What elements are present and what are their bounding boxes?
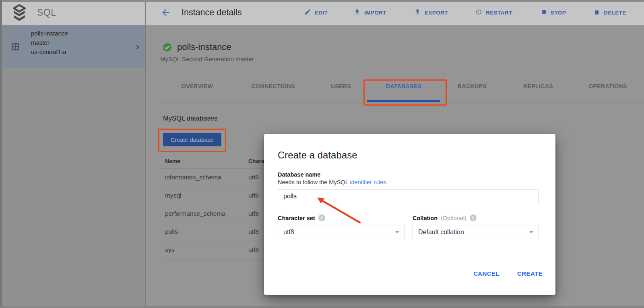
- import-button-label: IMPORT: [364, 10, 386, 16]
- charset-label-text: Character set: [278, 215, 315, 221]
- table-header-row: Name Character set: [161, 155, 282, 169]
- arrow-back-icon: [161, 13, 171, 19]
- edit-button-label: EDIT: [315, 10, 328, 16]
- hint-text: Needs to follow the MySQL: [278, 179, 350, 185]
- sidebar-instance-item[interactable]: polls-instance master us-central1-a: [0, 25, 145, 68]
- screen: SQL Instance details EDIT IMPORT: [0, 0, 644, 308]
- dialog-buttons: CANCEL CREATE: [473, 270, 543, 277]
- screenshot-top-edge: [0, 0, 644, 2]
- delete-button-label: DELETE: [604, 10, 626, 16]
- help-circle-icon[interactable]: ?: [470, 214, 477, 221]
- annotation-box-create-database: [158, 129, 226, 152]
- trash-icon: [594, 9, 600, 17]
- chevron-down-icon: [395, 231, 399, 233]
- pencil-icon: [304, 8, 311, 17]
- back-button[interactable]: [160, 7, 171, 19]
- export-button-label: EXPORT: [425, 10, 448, 16]
- databases-table: Name Character set information_schema ut…: [161, 155, 282, 260]
- screenshot-left-edge: [0, 0, 2, 308]
- instance-zone: us-central1-a: [31, 47, 68, 56]
- database-name-hint: Needs to follow the MySQL identifier rul…: [278, 179, 388, 185]
- tab-operations[interactable]: OPERATIONS: [588, 83, 627, 89]
- charset-label: Character set ?: [278, 214, 325, 221]
- sidebar-divider: [145, 0, 146, 308]
- create-database-dialog: Create a database Database name Needs to…: [264, 134, 555, 295]
- instance-role: master: [31, 38, 68, 47]
- tab-replicas[interactable]: REPLICAS: [523, 83, 553, 89]
- charset-dropdown[interactable]: utf8: [278, 225, 405, 239]
- download-tray-icon: [354, 8, 361, 17]
- tab-overview[interactable]: OVERVIEW: [182, 83, 213, 89]
- charset-value: utf8: [283, 229, 395, 236]
- import-button[interactable]: IMPORT: [354, 0, 386, 25]
- database-name-label: Database name: [278, 171, 320, 178]
- collation-optional-note: (Optional): [441, 215, 466, 221]
- dialog-title: Create a database: [278, 150, 357, 161]
- create-button[interactable]: CREATE: [517, 270, 543, 277]
- section-heading: MySQL databases: [163, 114, 217, 122]
- power-icon: [475, 8, 482, 17]
- db-name-cell: polls: [165, 228, 178, 235]
- collation-label: Collation (Optional) ?: [413, 214, 477, 221]
- screenshot-bottom-edge: [0, 306, 644, 308]
- db-charset-cell: utf8: [248, 174, 259, 181]
- page-title: Instance details: [182, 0, 242, 25]
- stop-button-label: STOP: [551, 10, 566, 16]
- cloud-sql-stack-icon: [12, 4, 27, 23]
- tab-users[interactable]: USERS: [331, 83, 351, 89]
- edit-button[interactable]: EDIT: [304, 0, 328, 25]
- table-row[interactable]: sys utf8: [161, 241, 282, 260]
- help-circle-icon[interactable]: ?: [318, 214, 325, 221]
- table-row[interactable]: polls utf8: [161, 223, 282, 241]
- delete-button[interactable]: DELETE: [594, 0, 626, 25]
- table-row[interactable]: information_schema utf8: [161, 169, 282, 187]
- table-row[interactable]: performance_schema utf8: [161, 205, 282, 223]
- tab-connections[interactable]: CONNECTIONS: [252, 83, 295, 89]
- instance-grid-icon: [11, 43, 19, 52]
- collation-dropdown[interactable]: Default collation: [413, 225, 539, 239]
- tab-backups[interactable]: BACKUPS: [458, 83, 487, 89]
- annotation-box-databases-tab: [363, 79, 447, 106]
- instance-subtitle: MySQL Second Generation master: [160, 56, 254, 62]
- sidebar: polls-instance master us-central1-a: [0, 25, 145, 308]
- db-charset-cell: utf8: [248, 246, 259, 254]
- app-header: SQL Instance details EDIT IMPORT: [0, 0, 644, 25]
- instance-name: polls-instance: [31, 29, 68, 38]
- product-name: SQL: [37, 0, 56, 25]
- db-charset-cell: utf8: [248, 210, 259, 217]
- check-circle-icon: [163, 43, 172, 54]
- cancel-button[interactable]: CANCEL: [473, 270, 500, 277]
- instance-title: polls-instance: [177, 42, 231, 52]
- identifier-rules-link[interactable]: identifier rules: [350, 179, 386, 185]
- chevron-down-icon: [529, 231, 533, 233]
- db-name-cell: performance_schema: [165, 210, 225, 217]
- upload-tray-icon: [414, 8, 421, 17]
- restart-button[interactable]: RESTART: [475, 0, 512, 25]
- instance-labels: polls-instance master us-central1-a: [31, 29, 68, 56]
- chevron-right-icon: [133, 42, 142, 54]
- db-charset-cell: utf8: [248, 192, 259, 199]
- export-button[interactable]: EXPORT: [414, 0, 448, 25]
- stop-square-icon: [541, 9, 547, 16]
- restart-button-label: RESTART: [486, 10, 512, 16]
- hint-period: .: [386, 179, 388, 185]
- column-header-name: Name: [165, 158, 180, 164]
- collation-value: Default collation: [418, 229, 529, 236]
- db-name-cell: mysql: [165, 192, 181, 199]
- stop-button[interactable]: STOP: [541, 0, 566, 25]
- collation-label-text: Collation: [413, 215, 438, 221]
- table-row[interactable]: mysql utf8: [161, 187, 282, 205]
- db-charset-cell: utf8: [248, 228, 259, 235]
- database-name-input[interactable]: [278, 189, 539, 203]
- db-name-cell: sys: [165, 246, 174, 254]
- db-name-cell: information_schema: [165, 174, 221, 181]
